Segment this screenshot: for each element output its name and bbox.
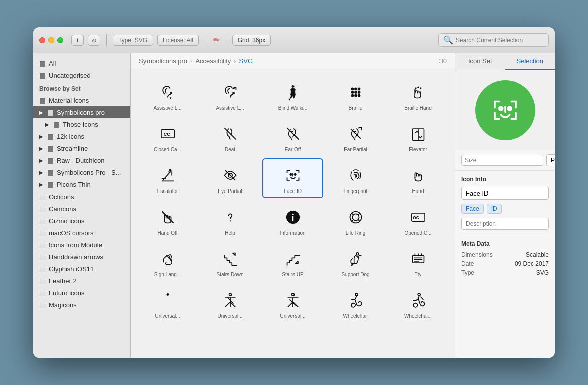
close-button[interactable] [39,37,45,43]
svg-line-68 [293,302,298,307]
sidebar-item-magicons[interactable]: ▤ Magicons [33,299,130,311]
icon-cell-closed-ca[interactable]: CC Closed Ca... [137,117,198,156]
add-button[interactable]: + [71,35,84,46]
icon-label: Hand [412,188,424,194]
breadcrumb-accessibility[interactable]: Accessibility [195,57,231,65]
icon-cell-assistive-1[interactable]: Assistive L... [137,75,198,115]
sidebar-item-12k-icons[interactable]: ▶ ▤ 12k icons [33,130,130,142]
wheelchair-2-icon [407,289,429,311]
license-filter[interactable]: License: All [157,35,199,46]
deaf-icon [219,123,241,145]
icon-name-input[interactable] [461,187,549,200]
sidebar-label: Futuro icons [49,289,85,297]
sidebar-label: Magicons [49,301,77,309]
icon-cell-hand[interactable]: Hand [388,158,449,198]
minimize-button[interactable] [48,37,54,43]
icon-cell-ear-off[interactable]: Ear Off [262,117,323,156]
icon-cell-information[interactable]: Information [262,200,323,240]
search-icon: 🔍 [443,35,453,45]
chevron-icon: ▶ [39,170,43,175]
maximize-button[interactable] [57,37,63,43]
breadcrumb-svg[interactable]: SVG [239,57,253,65]
icon-cell-tty[interactable]: Tty [388,242,449,281]
icon-label: Face ID [284,188,302,194]
sidebar-item-raw-dutchicon[interactable]: ▶ ▤ Raw - Dutchicon [33,154,130,166]
description-input[interactable] [461,218,549,230]
icon-cell-eye-partial[interactable]: Eye Partial [200,158,260,198]
search-bar[interactable]: 🔍 [438,33,549,47]
icon-cell-support-dog[interactable]: Support Dog [325,242,386,281]
meta-label-date: Date [461,260,474,267]
tag-id[interactable]: ID [487,204,502,214]
icon-cell-braille[interactable]: Braille [325,75,386,115]
svg-text:CC: CC [163,132,170,137]
icon-cell-life-ring[interactable]: Life Ring [325,200,386,240]
icon-cell-help[interactable]: Help [200,200,260,240]
icon-cell-stairs-up[interactable]: Stairs UP [262,242,323,281]
icon-cell-deaf[interactable]: Deaf [200,117,260,156]
format-select[interactable]: PNG SVG PDF [546,154,555,166]
icon-label: Wheelchair [343,313,368,319]
icon-cell-ear-partial[interactable]: Ear Partial [325,117,386,156]
tab-selection[interactable]: Selection [505,53,555,70]
sidebar-item-uncategorised[interactable]: ▤ Uncategorised [33,69,130,81]
sidebar-item-glyphish[interactable]: ▤ Glyphish iOS11 [33,263,130,275]
sidebar-item-futuro-icons[interactable]: ▤ Futuro icons [33,287,130,299]
icon-cell-sign-lang[interactable]: Sign Lang... [137,242,198,281]
icon-cell-fingerprint[interactable]: Fingerprint [325,158,386,198]
sidebar-item-picons-thin[interactable]: ▶ ▤ Picons Thin [33,178,130,190]
svg-line-29 [225,170,235,180]
icon-cell-stairs-down[interactable]: Stairs Down [200,242,260,281]
export-button[interactable]: ⎋ [88,35,100,46]
sidebar-item-material-icons[interactable]: ▤ Material icons [33,94,130,106]
size-input[interactable] [461,155,543,166]
breadcrumb-symbolicons[interactable]: Symbolicons pro [139,57,187,65]
sidebar-item-icons-from-module[interactable]: ▤ Icons from Module [33,239,130,251]
icon-label: Hand Off [158,230,178,236]
sidebar-item-symbolicons-pro-s[interactable]: ▶ ▤ Symbolicons Pro - S... [33,166,130,178]
search-input[interactable] [456,37,544,44]
pencil-icon[interactable]: ✏ [213,35,220,45]
icon-cell-face-id[interactable]: Face ID [262,158,323,198]
type-filter[interactable]: Type: SVG [113,35,153,46]
chevron-icon: ▶ [39,146,43,151]
icon-label: Assistive L... [153,105,181,111]
icon-label: Sign Lang... [154,272,181,277]
icon-label: Life Ring [346,230,365,236]
tags-row: Face ID [461,204,549,214]
sidebar-item-symbolicons-pro[interactable]: ▶ ▤ Symbolicons pro [33,106,130,118]
icon-cell-escalator[interactable]: Escalator [137,158,198,198]
grid-control[interactable]: Grid: 36px [232,35,271,46]
icon-cell-universal-2[interactable]: Universal... [200,283,260,323]
sidebar-item-streamline[interactable]: ▶ ▤ Streamline [33,142,130,154]
tab-icon-set[interactable]: Icon Set [455,53,505,70]
tag-face[interactable]: Face [461,204,484,214]
sidebar-item-macos-cursors[interactable]: ▤ macOS cursors [33,227,130,239]
icon-cell-braille-hand[interactable]: Braille Hand [388,75,449,115]
svg-point-1 [232,92,235,94]
icon-cell-blind-walking[interactable]: Blind Walki... [262,75,323,115]
sidebar-item-those-icons[interactable]: ▶ ▤ Those Icons [33,118,130,130]
sidebar-item-feather-2[interactable]: ▤ Feather 2 [33,275,130,287]
sidebar-item-all[interactable]: ▦ All [33,57,130,69]
svg-point-19 [420,87,421,89]
sidebar-item-camcons[interactable]: ▤ Camcons [33,203,130,215]
svg-point-31 [294,174,296,175]
sidebar-label: Handdrawn arrows [49,253,103,261]
svg-point-70 [355,293,358,296]
icon-cell-elevator[interactable]: Elevator [388,117,449,156]
icon-cell-universal-1[interactable]: Universal... [137,283,198,323]
icon-cell-wheelchair[interactable]: Wheelchair [325,283,386,323]
icon-cell-universal-3[interactable]: Universal... [262,283,323,323]
sidebar-item-gizmo-icons[interactable]: ▤ Gizmo icons [33,215,130,227]
icon-label: Help [225,230,235,236]
icon-label: Support Dog [341,272,369,277]
sidebar-item-handdrawn-arrows[interactable]: ▤ Handdrawn arrows [33,251,130,263]
sidebar-item-octicons[interactable]: ▤ Octicons [33,190,130,203]
icon-cell-hand-off[interactable]: Hand Off [137,200,198,240]
icon-cell-opened-c[interactable]: OC Opened C... [388,200,449,240]
icon-info-title: Icon Info [461,176,549,183]
icon-cell-assistive-2[interactable]: Assistive L... [200,75,260,115]
icon-cell-wheelchair-2[interactable]: Wheelchai... [388,283,449,323]
meta-label-type: Type [461,269,474,276]
